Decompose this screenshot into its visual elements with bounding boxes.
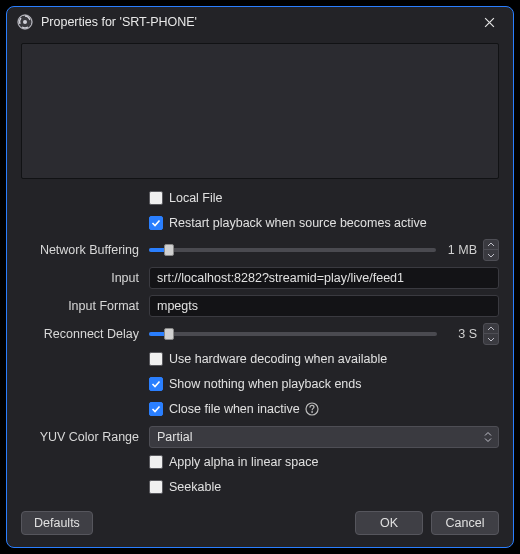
hw-decode-label[interactable]: Use hardware decoding when available	[169, 352, 387, 366]
yuv-range-value: Partial	[157, 430, 192, 444]
local-file-checkbox[interactable]	[149, 191, 163, 205]
chevron-down-icon[interactable]	[484, 334, 498, 344]
seekable-label[interactable]: Seekable	[169, 480, 221, 494]
reconnect-delay-slider[interactable]	[149, 332, 437, 336]
close-inactive-label[interactable]: Close file when inactive	[169, 402, 300, 416]
app-icon	[15, 12, 35, 32]
hw-decode-checkbox[interactable]	[149, 352, 163, 366]
local-file-label[interactable]: Local File	[169, 191, 223, 205]
show-nothing-checkbox[interactable]	[149, 377, 163, 391]
svg-point-2	[23, 20, 27, 24]
network-buffering-stepper[interactable]	[483, 239, 499, 261]
restart-playback-checkbox[interactable]	[149, 216, 163, 230]
show-nothing-label[interactable]: Show nothing when playback ends	[169, 377, 362, 391]
slider-thumb[interactable]	[164, 328, 174, 340]
reconnect-delay-label: Reconnect Delay	[21, 327, 149, 341]
help-icon[interactable]	[304, 401, 320, 417]
svg-point-4	[311, 411, 313, 413]
preview-area	[21, 43, 499, 179]
input-format-field[interactable]: mpegts	[149, 295, 499, 317]
slider-thumb[interactable]	[164, 244, 174, 256]
yuv-range-label: YUV Color Range	[21, 430, 149, 444]
seekable-checkbox[interactable]	[149, 480, 163, 494]
ok-button[interactable]: OK	[355, 511, 423, 535]
chevron-up-icon[interactable]	[484, 324, 498, 334]
chevron-down-icon[interactable]	[484, 250, 498, 260]
input-field[interactable]: srt://localhost:8282?streamid=play/live/…	[149, 267, 499, 289]
yuv-range-select[interactable]: Partial	[149, 426, 499, 448]
input-label: Input	[21, 271, 149, 285]
reconnect-delay-stepper[interactable]	[483, 323, 499, 345]
close-button[interactable]	[467, 8, 511, 36]
linear-alpha-checkbox[interactable]	[149, 455, 163, 469]
chevron-up-icon[interactable]	[484, 240, 498, 250]
updown-icon	[484, 432, 492, 443]
reconnect-delay-value: 3 S	[445, 327, 481, 341]
title-bar: Properties for 'SRT-PHONE'	[7, 7, 513, 37]
input-format-label: Input Format	[21, 299, 149, 313]
network-buffering-label: Network Buffering	[21, 243, 149, 257]
network-buffering-slider[interactable]	[149, 248, 436, 252]
close-icon	[484, 17, 495, 28]
defaults-button[interactable]: Defaults	[21, 511, 93, 535]
linear-alpha-label[interactable]: Apply alpha in linear space	[169, 455, 318, 469]
cancel-button[interactable]: Cancel	[431, 511, 499, 535]
restart-playback-label[interactable]: Restart playback when source becomes act…	[169, 216, 427, 230]
window-title: Properties for 'SRT-PHONE'	[41, 15, 467, 29]
close-inactive-checkbox[interactable]	[149, 402, 163, 416]
network-buffering-value: 1 MB	[444, 243, 481, 257]
